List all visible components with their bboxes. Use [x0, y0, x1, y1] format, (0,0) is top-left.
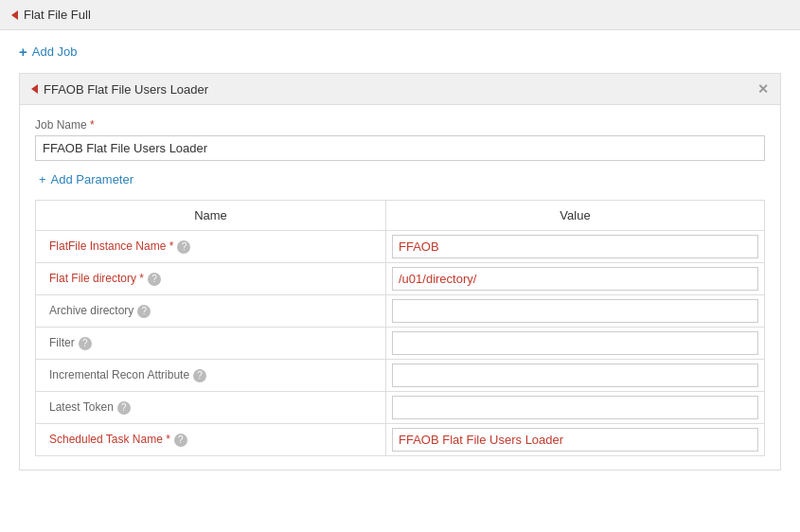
param-required-star: * — [136, 272, 144, 285]
col-value-header: Value — [386, 201, 765, 231]
param-help-icon[interactable]: ? — [137, 305, 151, 318]
params-table: Name Value FlatFile Instance Name *?Flat… — [35, 200, 765, 456]
param-name-text: Incremental Recon Attribute — [49, 368, 189, 381]
table-row: Incremental Recon Attribute? — [36, 360, 765, 392]
table-row: FlatFile Instance Name *? — [36, 231, 765, 263]
param-name-text: FlatFile Instance Name * — [49, 239, 173, 253]
param-value-input[interactable] — [392, 299, 758, 323]
table-row: Archive directory? — [36, 295, 765, 328]
param-value-input[interactable] — [392, 396, 758, 419]
add-job-label: Add Job — [32, 44, 78, 59]
param-name-text: Archive directory — [49, 304, 133, 317]
job-title: FFAOB Flat File Users Loader — [44, 82, 752, 97]
param-help-icon[interactable]: ? — [174, 434, 187, 447]
param-value-input[interactable] — [392, 428, 758, 452]
param-required-star: * — [163, 433, 170, 446]
param-help-icon[interactable]: ? — [193, 369, 206, 382]
param-value-input[interactable] — [392, 364, 758, 387]
table-row: Filter? — [36, 328, 765, 360]
job-body: Job Name * + Add Parameter Name Value Fl… — [20, 105, 780, 470]
param-value-input[interactable] — [392, 331, 758, 355]
table-row: Scheduled Task Name *? — [36, 424, 765, 456]
job-name-label: Job Name * — [35, 118, 765, 132]
header-bar: Flat File Full — [0, 0, 800, 30]
table-row: Latest Token? — [36, 392, 765, 424]
table-row: Flat File directory *? — [36, 263, 765, 295]
param-help-icon[interactable]: ? — [177, 240, 190, 254]
param-name-text: Flat File directory * — [49, 272, 144, 285]
param-help-icon[interactable]: ? — [117, 401, 131, 415]
content-area: + Add Job FFAOB Flat File Users Loader ✕… — [0, 30, 800, 484]
add-parameter-button[interactable]: + Add Parameter — [39, 172, 133, 186]
param-name-text: Scheduled Task Name * — [49, 433, 170, 446]
job-section: FFAOB Flat File Users Loader ✕ Job Name … — [19, 73, 781, 470]
param-required-star: * — [166, 239, 173, 253]
param-name-text: Latest Token — [49, 400, 114, 414]
param-help-icon[interactable]: ? — [148, 273, 161, 286]
job-name-input[interactable] — [35, 135, 765, 161]
header-title: Flat File Full — [24, 8, 91, 22]
col-name-header: Name — [36, 201, 386, 231]
job-name-required-star: * — [90, 118, 95, 132]
job-header: FFAOB Flat File Users Loader ✕ — [20, 74, 780, 105]
job-close-icon[interactable]: ✕ — [757, 81, 769, 97]
collapse-triangle-icon[interactable] — [11, 10, 18, 20]
add-job-button[interactable]: + Add Job — [19, 44, 77, 60]
job-name-field-group: Job Name * — [35, 118, 765, 161]
param-value-input[interactable] — [392, 235, 758, 258]
param-name-text: Filter — [49, 336, 75, 349]
param-help-icon[interactable]: ? — [79, 337, 92, 350]
add-job-plus-icon: + — [19, 44, 27, 60]
add-param-label: Add Parameter — [51, 172, 133, 186]
job-collapse-triangle-icon[interactable] — [31, 84, 38, 94]
param-value-input[interactable] — [392, 267, 758, 291]
add-param-plus-icon: + — [39, 172, 46, 186]
